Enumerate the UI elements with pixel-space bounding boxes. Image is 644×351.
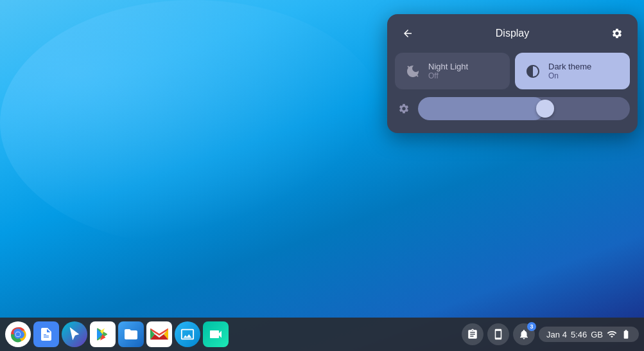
panel-tiles: Night Light Off Dark theme On	[387, 53, 638, 97]
brightness-slider-row	[387, 97, 638, 120]
back-button[interactable]	[397, 23, 418, 44]
dark-theme-text: Dark theme On	[548, 62, 591, 80]
app-chrome[interactable]	[5, 321, 31, 347]
dark-theme-icon	[524, 62, 542, 80]
panel-settings-button[interactable]	[607, 23, 627, 44]
app-meet[interactable]	[203, 321, 229, 347]
panel-title: Display	[496, 28, 529, 39]
brightness-slider[interactable]	[418, 97, 630, 120]
wifi-icon	[607, 329, 617, 339]
slider-thumb[interactable]	[536, 100, 554, 118]
notification-badge: 3	[527, 322, 536, 331]
app-cursor[interactable]	[62, 321, 87, 347]
app-photos[interactable]	[175, 321, 200, 347]
svg-point-5	[15, 332, 20, 336]
tray-storage: GB	[591, 330, 603, 339]
night-light-icon	[404, 62, 422, 80]
night-light-text: Night Light Off	[428, 62, 468, 80]
taskbar-apps	[5, 321, 229, 347]
app-gmail[interactable]	[146, 321, 172, 347]
display-panel: Display Night Light Off	[387, 14, 638, 133]
app-files[interactable]	[118, 321, 144, 347]
panel-header: Display	[387, 14, 638, 53]
phone-button[interactable]	[487, 323, 509, 345]
tray-date: Jan 4	[546, 330, 567, 339]
brightness-icon	[395, 100, 413, 118]
dark-theme-sublabel: On	[548, 71, 591, 80]
dark-theme-tile[interactable]: Dark theme On	[515, 53, 630, 89]
system-tray[interactable]: Jan 4 5:46 GB	[539, 327, 639, 342]
night-light-sublabel: Off	[428, 71, 468, 80]
battery-icon	[621, 329, 631, 339]
night-light-tile[interactable]: Night Light Off	[395, 53, 510, 89]
app-play-store[interactable]	[90, 321, 116, 347]
tray-time: 5:46	[571, 330, 587, 339]
night-light-label: Night Light	[428, 62, 468, 71]
clipboard-button[interactable]	[462, 323, 483, 345]
taskbar-right: 3 Jan 4 5:46 GB	[462, 323, 639, 345]
dark-theme-label: Dark theme	[548, 62, 591, 71]
notification-button[interactable]: 3	[513, 323, 535, 345]
taskbar: 3 Jan 4 5:46 GB	[0, 318, 644, 351]
desktop: Display Night Light Off	[0, 0, 644, 351]
slider-fill	[418, 97, 545, 120]
app-docs[interactable]	[33, 321, 59, 347]
